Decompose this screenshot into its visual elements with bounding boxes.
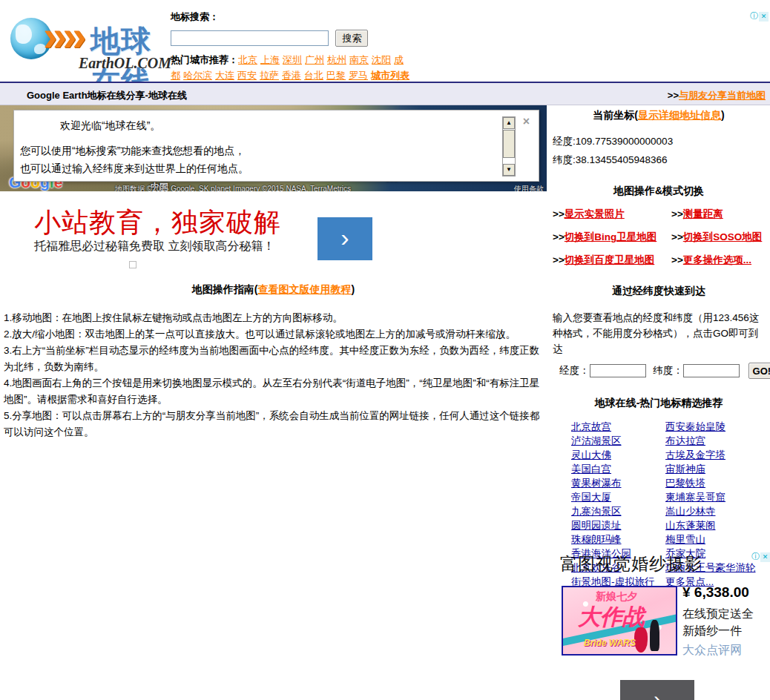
close-icon[interactable]: × (523, 115, 530, 128)
landmark-link[interactable]: 黄果树瀑布 (571, 477, 622, 490)
welcome-dialog: 欢迎光临“地球在线”。 您可以使用“地标搜索”功能来查找您想看的地点， 也可以通… (13, 110, 539, 182)
op-row: >>切换到Bing卫星地图 >>切换到SOSO地图 (547, 231, 770, 244)
search-button[interactable]: 搜索 (335, 30, 368, 47)
longitude-input[interactable] (590, 364, 646, 377)
coord-title: 当前坐标(显示详细地址信息) (547, 109, 770, 122)
landmark-link[interactable]: 珠穆朗玛峰 (571, 533, 622, 547)
landmark-link[interactable]: 北京故宫 (571, 420, 611, 434)
ad-info-icon[interactable]: ⓘ (750, 11, 758, 20)
scroll-thumb[interactable] (503, 130, 515, 158)
table-row: 九寨沟景区嵩山少林寺 (547, 505, 770, 519)
address-info-link[interactable]: 显示详细地址信息 (638, 109, 721, 121)
landmark-link[interactable]: 帝国大厦 (571, 491, 611, 504)
lat-label: 纬度： (653, 365, 683, 376)
price: ¥ 6,338.00 (682, 584, 770, 601)
more-options-link[interactable]: 更多操作选项... (683, 254, 751, 265)
landmark-link[interactable]: 柬埔寨吴哥窟 (665, 491, 725, 504)
hot-cities: 热门城市推荐：北京上海深圳广州杭州南京沈阳成都哈尔滨大连西安拉萨香港台北巴黎罗马… (171, 52, 415, 83)
landmark-link[interactable]: 灵山大佛 (571, 449, 611, 462)
city-link[interactable]: 上海 (260, 54, 280, 65)
soso-map-link[interactable]: 切换到SOSO地图 (683, 231, 763, 242)
table-row: 珠穆朗玛峰梅里雪山 (547, 533, 770, 547)
landmark-link[interactable]: 山东蓬莱阁 (665, 519, 716, 532)
share-map-link[interactable]: 与朋友分享当前地图 (679, 90, 766, 101)
scroll-up-icon[interactable]: ▲ (503, 117, 515, 129)
bing-map-link[interactable]: 切换到Bing卫星地图 (565, 231, 657, 242)
city-link[interactable]: 台北 (304, 70, 323, 81)
city-link[interactable]: 杭州 (327, 54, 346, 65)
city-link[interactable]: 香港 (282, 70, 301, 81)
op-row: >>显示实景照片 >>测量距离 (547, 208, 770, 221)
tutorial-link[interactable]: 查看图文版使用教程 (258, 283, 352, 295)
city-link[interactable]: 沈阳 (372, 54, 391, 65)
city-link[interactable]: 大连 (215, 70, 234, 81)
landmark-link[interactable]: 泸沽湖景区 (571, 435, 622, 448)
landmarks-title: 地球在线-热门地标精选推荐 (547, 397, 770, 410)
city-list-link[interactable]: 城市列表 (371, 70, 409, 81)
map-terms-link[interactable]: 使用条款 (514, 184, 544, 191)
landmark-link[interactable]: 九寨沟景区 (571, 505, 622, 518)
guide-title: 地图操作指南(查看图文版使用教程) (0, 283, 547, 297)
guide-item: 2.放大/缩小地图：双击地图上的某一点可以直接放大。也可以通过鼠标滚轮或地图左上… (4, 326, 542, 343)
photo-ad-image[interactable]: 新娘七夕 大作战 Bride WARS (562, 586, 677, 656)
welcome-line-3: 也可以通过输入经纬度来到达世界上的任何地点。 (20, 162, 249, 176)
guide-item: 1.移动地图：在地图上按住鼠标左键拖动或点击地图左上方的方向图标移动。 (4, 310, 542, 326)
photo-ad[interactable]: 富图视觉婚纱摄影 新娘七夕 大作战 Bride WARS ¥ 6,338.00 … (560, 552, 770, 575)
measure-distance-link[interactable]: 测量距离 (683, 208, 723, 219)
guide-item: 5.分享地图：可以点击屏幕右上方的“与朋友分享当前地图”，系统会自动生成当前位置… (4, 408, 542, 440)
landmark-link[interactable]: 古埃及金字塔 (665, 449, 725, 462)
ad-headline: 小站教育，独家破解 (34, 205, 281, 241)
table-row: 泸沽湖景区布达拉宫 (547, 435, 770, 449)
baidu-map-link[interactable]: 切换到百度卫星地图 (565, 254, 655, 265)
map-guide: 地图操作指南(查看图文版使用教程) 1.移动地图：在地图上按住鼠标左键拖动或点击… (0, 283, 547, 440)
city-link[interactable]: 西安 (237, 70, 257, 81)
city-link[interactable]: 南京 (349, 54, 369, 65)
landmark-link[interactable]: 嵩山少林寺 (665, 505, 716, 518)
sidebar: 当前坐标(显示详细地址信息) 经度:109.77539000000003 纬度:… (547, 105, 770, 590)
city-link[interactable]: 哈尔滨 (183, 70, 212, 81)
city-link[interactable]: 拉萨 (260, 70, 279, 81)
latitude-value: 纬度:38.13455405948366 (547, 153, 770, 167)
welcome-line-2: 您可以使用“地标搜索”功能来查找您想看的地点， (20, 145, 245, 158)
landmark-link[interactable]: 梅里雪山 (665, 533, 705, 547)
table-row: 帝国大厦柬埔寨吴哥窟 (547, 491, 770, 505)
search-input[interactable] (171, 30, 329, 46)
ad-placeholder-box (129, 261, 136, 268)
double-chevron-icon: »» (43, 10, 82, 60)
city-link[interactable]: 罗马 (349, 70, 368, 81)
ad-image-text: Bride WARS (584, 638, 636, 648)
landmark-link[interactable]: 宙斯神庙 (665, 463, 705, 476)
page-title: Google Earth地标在线分享-地球在线 (27, 89, 187, 102)
landmark-link[interactable]: 西安秦始皇陵 (665, 420, 725, 434)
city-link[interactable]: 巴黎 (326, 70, 346, 81)
landmark-link[interactable]: 美国白宫 (571, 463, 611, 476)
scroll-down-icon[interactable]: ▼ (503, 164, 515, 176)
landmark-link[interactable]: 圆明园遗址 (571, 519, 622, 532)
map-canvas[interactable]: 中国 500 地图数据 ©2015 Google, SK planet Imag… (0, 105, 547, 191)
latitude-input[interactable] (683, 364, 740, 377)
table-row: 圆明园遗址山东蓬莱阁 (547, 519, 770, 533)
city-link[interactable]: 深圳 (283, 54, 302, 65)
title-bar: Google Earth地标在线分享-地球在线 >>与朋友分享当前地图 (0, 82, 770, 105)
ad-subline: 托福雅思必过秘籍免费取 立刻领取高分秘籍！ (34, 239, 274, 254)
bottom-next-button[interactable]: › (620, 680, 694, 700)
header: »» 地球在线 EarthOL.COM 地标搜索： 搜索 热门城市推荐：北京上海… (0, 0, 770, 82)
longitude-value: 经度:109.77539000000003 (547, 135, 770, 148)
landmark-link[interactable]: 巴黎铁塔 (665, 477, 705, 490)
landmark-link[interactable]: 布达拉宫 (665, 435, 705, 448)
ad-close-icon[interactable]: ✕ (759, 12, 769, 22)
street-view-link[interactable]: 显示实景照片 (565, 208, 625, 219)
ad-source-link[interactable]: 大众点评网 (682, 643, 770, 658)
site-logo[interactable]: »» 地球在线 EarthOL.COM (7, 9, 167, 74)
couple-illustration (634, 615, 659, 653)
go-button[interactable]: GO! (748, 363, 770, 379)
lng-label: 经度： (559, 365, 590, 376)
city-link[interactable]: 广州 (305, 54, 324, 65)
city-link[interactable]: 北京 (238, 54, 257, 65)
goto-form: 经度： 纬度： GO! (547, 363, 770, 379)
op-row: >>切换到百度卫星地图 >>更多操作选项... (547, 254, 770, 267)
share-area: >>与朋友分享当前地图 (668, 89, 766, 102)
ad-next-button[interactable]: › (317, 217, 372, 260)
dialog-scrollbar[interactable]: ▲ ▼ (502, 116, 516, 176)
adchoices-icons[interactable]: ⓘ✕ (750, 11, 769, 22)
